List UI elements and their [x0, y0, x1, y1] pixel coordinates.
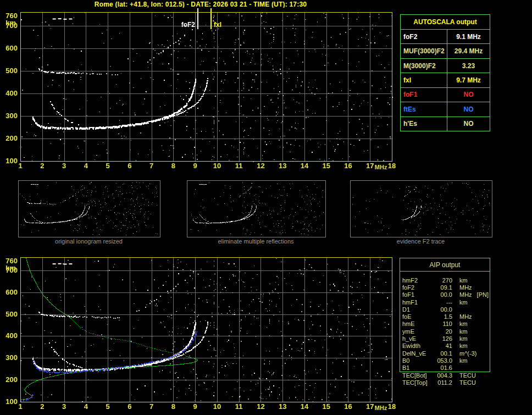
autoscala-param-value: 3.23: [447, 59, 490, 73]
thumbnail-original-ionogram: [18, 180, 160, 237]
aip-label: TEC[Bot]: [402, 372, 434, 379]
aip-row-delnve: DelN_vE00.1m^(-3): [402, 350, 498, 357]
autoscala-param-label: M(3000)F2: [401, 59, 447, 73]
thumbnail-caption-eliminate: eliminate multiple reflections: [187, 238, 325, 245]
aip-unit: m^(-3): [452, 350, 476, 357]
aip-label: foE: [402, 313, 434, 320]
thumbnail-eliminate-reflections: [187, 180, 326, 237]
autoscala-param-label: MUF(3000)F2: [401, 44, 447, 58]
aip-val: 270: [434, 277, 452, 284]
aip-pn: [PN]: [472, 291, 489, 298]
aip-unit: km: [452, 299, 468, 306]
aip-val: 00.0: [434, 291, 452, 298]
aip-val: 09.1: [434, 284, 452, 291]
aip-label: foF1: [402, 291, 434, 298]
aip-row-b0: B0053.0km: [402, 357, 498, 364]
autoscala-row-muf3000f2: MUF(3000)F229.4 MHz: [401, 44, 490, 58]
aip-unit: TECU: [452, 379, 476, 386]
autoscala-row-fxi: fxI9.7 MHz: [401, 73, 490, 87]
aip-row-fof1: foF100.0MHz[PN]: [402, 291, 498, 298]
aip-label: Ewidth: [402, 342, 434, 349]
aip-unit: km: [452, 328, 468, 335]
autoscala-row-hes: h'EsNO: [401, 117, 490, 131]
aip-unit: km: [452, 357, 468, 364]
aip-val: 011.2: [434, 379, 452, 386]
aip-val: 004.3: [434, 372, 452, 379]
aip-label: hmE: [402, 320, 434, 327]
aip-unit: MHz: [452, 284, 472, 291]
autoscala-table-header: AUTOSCALA output: [401, 15, 490, 30]
aip-unit: MHz: [452, 291, 472, 298]
autoscala-param-value: 29.4 MHz: [447, 44, 490, 58]
aip-val: 00.0: [434, 306, 452, 313]
aip-label: ymE: [402, 328, 434, 335]
aip-row-hmf1: hmF1---km: [402, 298, 498, 306]
aip-header-divider: [400, 271, 490, 272]
aip-unit: km: [452, 320, 468, 327]
aip-row-tecbot: TEC[Bot]004.3TECU: [402, 372, 498, 379]
autoscala-param-value: NO: [447, 102, 490, 116]
autoscala-row-fof1: foF1NO: [401, 88, 490, 102]
thumbnail-original-canvas: [19, 181, 159, 236]
aip-row-hve: h_vE126km: [402, 335, 498, 342]
autoscala-output-table: AUTOSCALA output foF29.1 MHzMUF(3000)F22…: [400, 14, 490, 131]
aip-label: hmF2: [402, 277, 434, 284]
aip-val: 1.5: [434, 313, 452, 320]
aip-table-header: AIP output: [400, 261, 490, 269]
autoscala-param-label: foF1: [401, 88, 447, 102]
aip-val: 126: [434, 335, 452, 342]
aip-label: DelN_vE: [402, 350, 434, 357]
autoscala-app-window: Rome (lat: +41.8, lon: 012.5) - DATE: 20…: [0, 0, 532, 415]
aip-unit: km: [452, 342, 468, 349]
autoscala-row-m3000f2: M(3000)F23.23: [401, 59, 490, 73]
autoscala-row-ftes: ftEsNO: [401, 102, 490, 117]
thumbnail-eliminate-canvas: [187, 181, 324, 236]
aip-row-foe: foE1.5MHz: [402, 313, 498, 320]
aip-row-tectop: TEC[Top]011.2TECU: [402, 379, 498, 386]
aip-unit: km: [452, 335, 468, 342]
aip-val: 01.6: [434, 364, 452, 371]
aip-label: B0: [402, 357, 434, 364]
aip-label: TEC[Top]: [402, 379, 434, 386]
aip-row-yme: ymE20km: [402, 328, 498, 335]
autoscala-param-value: 9.7 MHz: [447, 73, 490, 87]
autoscala-param-label: foF2: [401, 30, 447, 43]
aip-val: 053.0: [434, 357, 452, 364]
aip-row-ewidth: Ewidth41km: [402, 342, 498, 350]
aip-val: 41: [434, 342, 452, 349]
aip-val: 00.1: [434, 350, 452, 357]
aip-unit: km: [452, 277, 468, 284]
aip-row-b1: B101.6: [402, 364, 498, 372]
bottom-ionogram-plot: [0, 250, 401, 415]
aip-row-hme: hmE110km: [402, 320, 498, 328]
aip-label: B1: [402, 364, 434, 371]
aip-unit: TECU: [452, 372, 476, 379]
aip-label: foF2: [402, 284, 434, 291]
aip-val: ---: [434, 299, 452, 306]
aip-row-fof2: foF209.1MHz: [402, 284, 498, 291]
aip-unit: MHz: [452, 313, 472, 320]
page-title: Rome (lat: +41.8, lon: 012.5) - DATE: 20…: [0, 1, 401, 8]
autoscala-param-value: NO: [447, 88, 490, 102]
autoscala-param-value: NO: [447, 117, 490, 131]
autoscala-row-fof2: foF29.1 MHz: [401, 30, 490, 44]
aip-val: 110: [434, 320, 452, 327]
aip-label: hmF1: [402, 299, 434, 306]
autoscala-param-label: fxI: [401, 73, 447, 87]
aip-row-d1: D100.0: [402, 306, 498, 313]
top-ionogram-plot: [0, 8, 401, 178]
aip-row-hmf2: hmF2270km: [402, 276, 498, 284]
autoscala-param-label: ftEs: [401, 102, 447, 116]
autoscala-param-value: 9.1 MHz: [447, 30, 490, 43]
thumbnail-caption-original: original ionogram resized: [18, 238, 159, 245]
thumbnail-evidence-f2: [350, 180, 492, 237]
aip-label: D1: [402, 306, 434, 313]
thumbnail-evidence-canvas: [351, 181, 491, 236]
aip-table-rows: hmF2270kmfoF209.1MHzfoF100.0MHz[PN]hmF1-…: [402, 276, 498, 386]
aip-val: 20: [434, 328, 452, 335]
autoscala-param-label: h'Es: [401, 117, 447, 131]
aip-label: h_vE: [402, 335, 434, 342]
thumbnail-caption-evidence: evidence F2 trace: [350, 238, 491, 245]
